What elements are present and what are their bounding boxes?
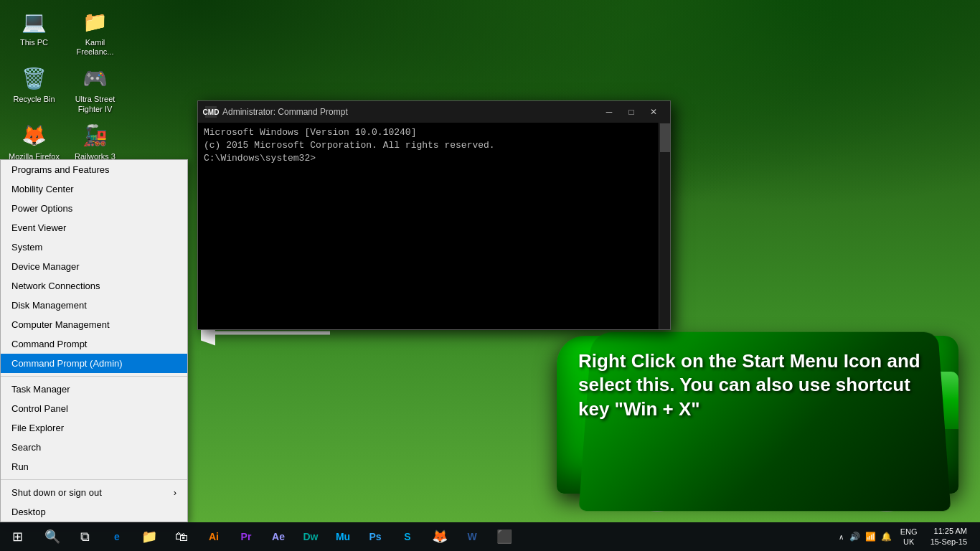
railworks-icon: 🚂 [81,121,110,150]
taskbar-icon-symbol-firefox: 🦊 [432,529,448,545]
menu-item-task-manager[interactable]: Task Manager [1,380,187,399]
kamil-label: Kamil Freelanc... [68,38,122,57]
taskbar-icon-symbol-search: 🔍 [44,529,60,545]
start-icon: ⊞ [12,529,23,545]
menu-item-network-connections[interactable]: Network Connections [1,276,187,296]
menu-item-desktop[interactable]: Desktop [1,502,187,522]
background-car-wheel-right [851,440,923,512]
taskbar-icon-muse[interactable]: Mu [329,522,357,551]
cmd-minimize-button[interactable]: ─ [600,105,618,119]
taskbar-icon-premiere[interactable]: Pr [232,522,260,551]
taskbar-icon-dreamweaver[interactable]: Dw [296,522,325,551]
clock-date: 15-Sep-15 [930,537,967,547]
cmd-window: CMD Administrator: Command Prompt ─ □ ✕ … [197,100,671,330]
taskbar: ⊞ 🔍⧉e📁🛍AiPrAeDwMuPsS🦊W⬛ ∧ 🔊 📶 🔔 ENGUK 11… [0,522,980,551]
tray-network-icon[interactable]: 📶 [864,530,877,543]
taskbar-icon-edge[interactable]: e [103,522,131,551]
tray-expand[interactable]: ∧ [837,533,846,541]
menu-item-label-programs-features: Programs and Features [11,164,110,175]
menu-item-label-search: Search [11,442,41,453]
taskbar-icon-store[interactable]: 🛍 [167,522,196,551]
menu-item-label-disk-management: Disk Management [11,300,87,311]
cmd-titlebar-controls[interactable]: ─ □ ✕ [600,105,663,119]
menu-separator-separator2 [1,479,187,480]
menu-item-label-run: Run [11,461,29,472]
menu-item-label-network-connections: Network Connections [11,281,100,291]
desktop-icon-ultra-street[interactable]: 🎮 Ultra Street Fighter IV [68,64,122,113]
menu-item-command-prompt[interactable]: Command Prompt [1,334,187,354]
taskbar-icon-photoshop[interactable]: Ps [361,522,390,551]
taskbar-icon-symbol-after-effects: Ae [272,531,285,542]
menu-separator-separator1 [1,376,187,377]
ultra-street-label: Ultra Street Fighter IV [68,95,122,113]
background-car-wheel-left [621,440,693,512]
desktop-icon-this-pc[interactable]: 💻 This PC [7,7,61,57]
taskbar-icon-firefox[interactable]: 🦊 [425,522,454,551]
clock-time: 11:25 AM [930,526,967,537]
menu-item-command-prompt-admin[interactable]: Command Prompt (Admin) [1,354,187,373]
taskbar-icon-word[interactable]: W [458,522,486,551]
cmd-content: Microsoft Windows [Version 10.0.10240] (… [198,123,670,329]
menu-item-system[interactable]: System [1,237,187,257]
taskbar-icons: 🔍⧉e📁🛍AiPrAeDwMuPsS🦊W⬛ [34,522,829,551]
menu-item-label-task-manager: Task Manager [11,384,70,395]
desktop-icon-recycle-bin[interactable]: 🗑️ Recycle Bin [7,64,61,113]
taskbar-icon-symbol-dreamweaver: Dw [303,531,319,542]
taskbar-icon-after-effects[interactable]: Ae [264,522,293,551]
system-tray: ∧ 🔊 📶 🔔 [837,530,893,543]
menu-item-label-file-explorer: File Explorer [11,423,64,433]
menu-item-label-system: System [11,242,42,253]
taskbar-icon-symbol-illustrator: Ai [209,531,219,542]
menu-item-label-control-panel: Control Panel [11,403,68,414]
menu-item-label-computer-management: Computer Management [11,319,110,330]
cmd-titlebar: CMD Administrator: Command Prompt ─ □ ✕ [198,101,670,123]
cmd-close-button[interactable]: ✕ [644,105,663,119]
taskbar-icon-task-view[interactable]: ⧉ [70,522,99,551]
cmd-maximize-button[interactable]: □ [622,105,641,119]
taskbar-icon-skype[interactable]: S [393,522,422,551]
taskbar-icon-explorer[interactable]: 📁 [135,522,164,551]
menu-item-run[interactable]: Run [1,457,187,476]
desktop-icon-kamil[interactable]: 📁 Kamil Freelanc... [68,7,122,57]
cmd-scrollbar[interactable] [659,123,670,329]
tray-notification-icon[interactable]: 🔔 [880,530,893,543]
context-menu: Programs and FeaturesMobility CenterPowe… [0,159,188,522]
tray-speaker-icon[interactable]: 🔊 [849,530,862,543]
cmd-titlebar-left: CMD Administrator: Command Prompt [205,106,348,118]
firefox-icon: 🦊 [20,121,49,150]
this-pc-label: This PC [20,38,48,47]
taskbar-icon-symbol-premiere: Pr [241,531,252,542]
menu-item-label-device-manager: Device Manager [11,261,80,272]
desktop: 💻 This PC 📁 Kamil Freelanc... 🗑️ Recycle… [0,0,980,551]
cmd-scrollbar-thumb[interactable] [660,123,670,152]
taskbar-icon-symbol-skype: S [404,531,410,542]
this-pc-icon: 💻 [20,7,49,36]
menu-item-label-desktop: Desktop [11,507,46,517]
language-indicator[interactable]: ENGUK [897,527,921,547]
taskbar-icon-symbol-edge: e [114,531,120,542]
menu-item-computer-management[interactable]: Computer Management [1,315,187,334]
lang-text: ENGUK [900,527,918,547]
menu-item-control-panel[interactable]: Control Panel [1,399,187,418]
menu-item-file-explorer[interactable]: File Explorer [1,418,187,438]
menu-item-search[interactable]: Search [1,438,187,457]
menu-item-disk-management[interactable]: Disk Management [1,296,187,315]
annotation-text: Right Click on the Start Menu Icon and s… [578,349,937,422]
taskbar-icon-symbol-word: W [467,531,476,542]
clock[interactable]: 11:25 AM 15-Sep-15 [925,526,973,548]
cmd-line-2: (c) 2015 Microsoft Corporation. All righ… [204,139,664,152]
menu-item-mobility-center[interactable]: Mobility Center [1,179,187,199]
taskbar-icon-search[interactable]: 🔍 [38,522,67,551]
ultra-street-icon: 🎮 [81,64,110,93]
taskbar-icon-illustrator[interactable]: Ai [199,522,228,551]
menu-item-device-manager[interactable]: Device Manager [1,257,187,276]
menu-item-power-options[interactable]: Power Options [1,199,187,218]
recycle-bin-icon: 🗑️ [20,64,49,93]
menu-item-programs-features[interactable]: Programs and Features [1,160,187,179]
kamil-icon: 📁 [81,7,110,36]
taskbar-icon-cmd-active[interactable]: ⬛ [490,522,519,551]
start-button[interactable]: ⊞ [0,522,34,551]
menu-item-shut-down[interactable]: Shut down or sign out› [1,483,187,502]
menu-item-event-viewer[interactable]: Event Viewer [1,218,187,237]
menu-item-label-event-viewer: Event Viewer [11,222,66,233]
